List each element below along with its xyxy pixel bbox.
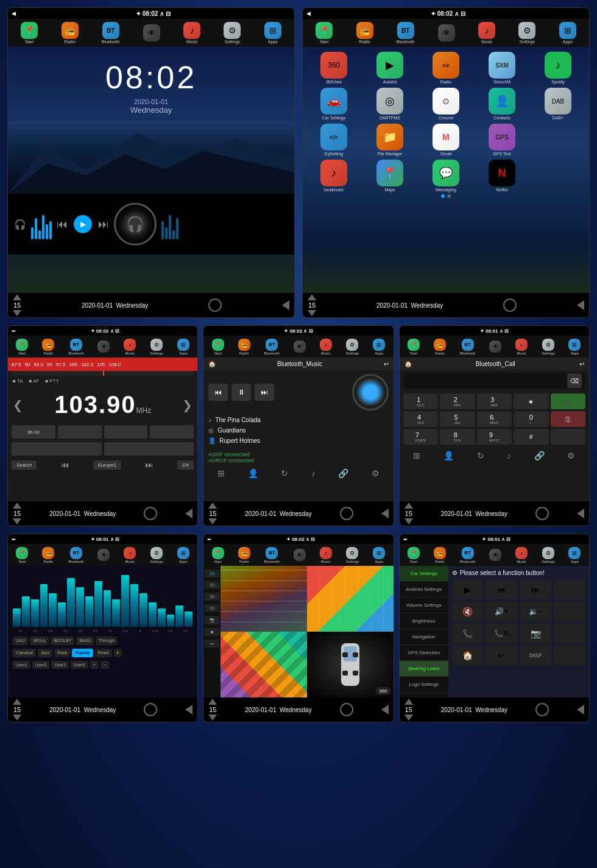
bt-footer-contact[interactable]: 👤 xyxy=(248,468,258,478)
next-btn[interactable]: ⏭ xyxy=(98,218,109,231)
eq-btn-dolby[interactable]: ⊞DOLBY xyxy=(51,637,75,645)
nav-radio-6[interactable]: 📻Radio xyxy=(42,547,54,563)
prev-btn[interactable]: ⏮ xyxy=(57,218,68,231)
call-btn[interactable]: 📞 xyxy=(551,393,585,409)
eq-btn-classical[interactable]: Classical xyxy=(13,649,36,657)
nav-bt-8[interactable]: BTBluetooth xyxy=(460,547,475,563)
nav-down-btn-2[interactable] xyxy=(308,310,316,316)
nav-music-3[interactable]: ♪Music xyxy=(124,339,136,355)
back-icon-bt[interactable]: ↩ xyxy=(384,361,389,367)
nav-up-btn-7[interactable] xyxy=(208,699,217,705)
nav-navi-7[interactable]: 📍Navi xyxy=(212,547,224,563)
back-btn-6[interactable] xyxy=(185,705,193,715)
home-circle-btn[interactable] xyxy=(208,298,222,312)
nav-radio-7[interactable]: 📻Radio xyxy=(238,547,250,563)
back-icon[interactable]: ◀ xyxy=(12,10,16,16)
nav-settings-4[interactable]: ⚙Settings xyxy=(346,339,359,355)
eq-btn-popular[interactable]: Popular xyxy=(72,649,93,657)
bt-footer-music[interactable]: ♪ xyxy=(311,468,316,478)
eq-btn-user2[interactable]: User2 xyxy=(32,661,50,669)
nav-up-btn[interactable] xyxy=(13,294,21,300)
dial-0plus[interactable]: 0+ xyxy=(514,411,548,427)
nav-radio-2[interactable]: 📻Radio xyxy=(356,22,373,44)
app-spotify[interactable]: ♪Spotify xyxy=(532,52,584,84)
nav-apps-5[interactable]: ⊞Apps xyxy=(568,339,581,355)
view360-cam-btn[interactable]: 📷 xyxy=(205,616,219,624)
eq-btn-reset[interactable]: Reset xyxy=(95,649,112,657)
nav-up-btn-4[interactable] xyxy=(208,503,217,509)
nav-settings-3[interactable]: ⚙Settings xyxy=(150,339,163,355)
settings-car-settings[interactable]: Car Settings xyxy=(400,566,448,582)
ctrl-vol-down[interactable]: 🔉− xyxy=(520,602,551,621)
back-btn-2[interactable] xyxy=(577,300,584,310)
freq-up-btn[interactable]: ❯ xyxy=(182,398,193,412)
eq-btn-uuu[interactable]: UUU xyxy=(13,637,28,645)
view360-3d-btn-3[interactable]: 3D xyxy=(205,604,219,612)
nav-radio-1[interactable]: 📻 Radio xyxy=(62,22,79,44)
settings-navigation[interactable]: Navigation xyxy=(400,629,448,645)
bt-footer-refresh[interactable]: ↻ xyxy=(281,468,288,478)
nav-cam-8[interactable]: 👁 xyxy=(489,549,501,561)
nav-bt-6[interactable]: BTBluetooth xyxy=(68,547,83,563)
dial-2[interactable]: 2ABC xyxy=(440,393,475,409)
bt-footer-link[interactable]: 🔗 xyxy=(338,468,348,478)
nav-navi-8[interactable]: 📍Navi xyxy=(408,547,420,563)
eq-btn-add[interactable]: + xyxy=(90,661,99,669)
bt-footer-settings[interactable]: ⚙ xyxy=(372,468,380,478)
preset-btn-5[interactable] xyxy=(12,442,102,456)
app-gpstest[interactable]: GPSGPS Test xyxy=(476,124,528,156)
back-icon-7[interactable]: ⬅ xyxy=(207,537,211,542)
ctrl-play[interactable]: ▶ xyxy=(452,580,484,599)
bt-prev-btn[interactable]: ⏮ xyxy=(208,384,228,401)
nav-cam-5[interactable]: 👁 xyxy=(489,340,501,353)
bt-footer-keypad[interactable]: ⊞ xyxy=(217,468,225,478)
nav-music-7[interactable]: ♪Music xyxy=(320,547,332,563)
home-circle-btn-7[interactable] xyxy=(340,703,353,716)
back-icon-3[interactable]: ⬅ xyxy=(12,328,16,334)
ctrl-home[interactable]: 🏠 xyxy=(452,646,484,665)
nav-bt-3[interactable]: BTBluetooth xyxy=(68,339,83,355)
view360-3d-btn-1[interactable]: 3D xyxy=(205,581,219,589)
eq-btn-info[interactable]: ℹ xyxy=(114,649,122,657)
back-icon-6[interactable]: ⬅ xyxy=(12,537,16,542)
nav-apps-6[interactable]: ⊞Apps xyxy=(177,547,189,563)
nav-cam-1[interactable]: 👁 xyxy=(143,24,160,42)
freq-down-btn[interactable]: ❮ xyxy=(13,398,23,412)
dial-5[interactable]: 5JKL xyxy=(440,411,475,427)
btcall-refresh[interactable]: ↻ xyxy=(477,451,484,460)
preset-btn-2[interactable] xyxy=(58,425,102,439)
nav-navi-2[interactable]: 📍Navi xyxy=(316,22,333,44)
home-icon-bt[interactable]: 🏠 xyxy=(208,361,216,367)
settings-brightness[interactable]: Brightness xyxy=(400,613,448,629)
home-circle-btn-4[interactable] xyxy=(340,507,353,520)
eq-btn-bass[interactable]: BASS xyxy=(76,637,94,645)
nav-navi-3[interactable]: 📍Navi xyxy=(16,339,28,355)
nav-navi-1[interactable]: 📍 Navi xyxy=(21,22,38,44)
dx-btn[interactable]: DX xyxy=(177,460,194,470)
nav-up-btn-5[interactable] xyxy=(404,503,413,509)
nav-apps-4[interactable]: ⊞Apps xyxy=(373,339,385,355)
back-btn-5[interactable] xyxy=(577,509,584,518)
back-btn[interactable] xyxy=(282,300,289,310)
nav-settings-6[interactable]: ⚙Settings xyxy=(150,547,163,563)
view360-3d-btn-2[interactable]: 3D xyxy=(205,593,219,601)
dial-9[interactable]: 9WXYZ xyxy=(477,429,512,445)
nav-apps-3[interactable]: ⊞Apps xyxy=(177,339,189,355)
back-btn-3[interactable] xyxy=(185,509,193,518)
nav-navi-6[interactable]: 📍Navi xyxy=(16,547,28,563)
app-maps[interactable]: 📍Maps xyxy=(364,160,416,192)
preset-btn-3[interactable] xyxy=(104,425,148,439)
settings-gps[interactable]: GPS Detection xyxy=(400,645,448,661)
app-360view[interactable]: 360360View xyxy=(308,52,360,84)
ctrl-phone[interactable]: 📞 xyxy=(452,624,484,643)
eq-btn-user5[interactable]: User5 xyxy=(71,661,88,669)
app-radio[interactable]: ≡≡Radio xyxy=(420,52,472,84)
nav-settings-5[interactable]: ⚙Settings xyxy=(542,339,555,355)
nav-bt-5[interactable]: BTBluetooth xyxy=(460,339,475,355)
home-circle-btn-3[interactable] xyxy=(144,507,157,520)
nav-cam-7[interactable]: 👁 xyxy=(294,549,306,561)
back-btn-4[interactable] xyxy=(381,509,389,518)
nav-settings-7[interactable]: ⚙Settings xyxy=(346,547,359,563)
nav-apps-2[interactable]: ⊞Apps xyxy=(559,22,576,44)
ctrl-phone2[interactable]: 📞↻ xyxy=(486,624,517,643)
